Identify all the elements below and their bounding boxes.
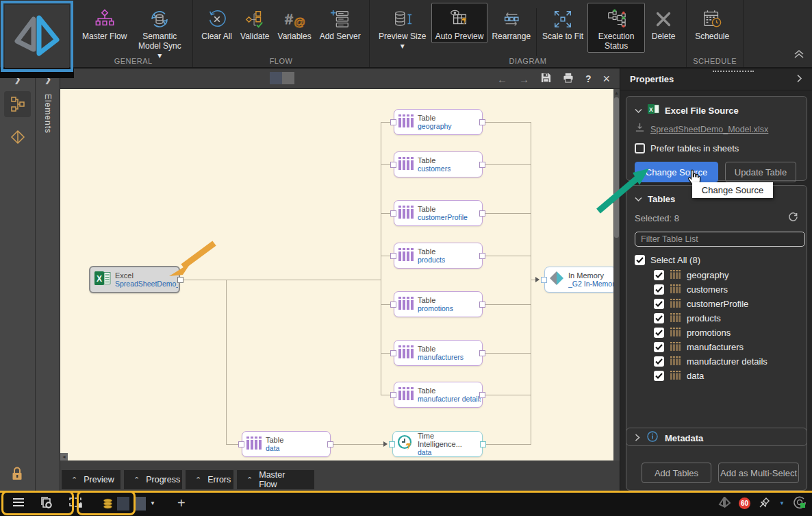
collapse-panel-icon[interactable]	[796, 73, 802, 86]
table-node-geography[interactable]: Tablegeography	[394, 109, 483, 135]
node-port[interactable]	[479, 253, 485, 259]
elements-panel-label[interactable]: Elements	[43, 94, 53, 134]
scrollbar-thumb[interactable]	[614, 97, 619, 238]
update-table-button[interactable]: Update Table	[725, 162, 796, 182]
app-logo[interactable]	[5, 5, 69, 68]
table-list-item[interactable]: manufacturer details	[654, 354, 798, 369]
validate-button[interactable]: Validate	[236, 3, 273, 43]
node-port[interactable]	[479, 302, 485, 308]
metadata-section[interactable]: Metadata	[626, 428, 807, 446]
table-list-item[interactable]: customers	[654, 282, 798, 297]
back-icon[interactable]: ←	[497, 73, 507, 85]
table-node-customers[interactable]: Tablecustomers	[394, 151, 483, 177]
table-list-item[interactable]: geography	[654, 268, 798, 282]
source-file-link[interactable]: SpreadSheetDemo_Model.xlsx	[650, 125, 768, 134]
delete-button[interactable]: Delete	[645, 3, 682, 43]
node-port[interactable]	[390, 119, 396, 125]
table-list-item[interactable]: manufacturers	[654, 340, 798, 354]
rearrange-button[interactable]: Rearrange	[487, 3, 535, 43]
node-port[interactable]	[479, 119, 485, 125]
table-checkbox[interactable]	[654, 356, 664, 367]
node-port[interactable]	[479, 392, 485, 398]
scale-to-fit-button[interactable]: Scale to Fit	[538, 3, 587, 43]
chevron-down-icon[interactable]	[635, 193, 642, 205]
node-port[interactable]	[390, 253, 396, 259]
help-icon[interactable]: ?	[585, 73, 592, 84]
variables-button[interactable]: # @ Variables	[274, 3, 316, 43]
table-checkbox[interactable]	[654, 284, 664, 295]
table-list-item[interactable]: products	[654, 311, 798, 325]
filter-table-input[interactable]	[635, 232, 805, 247]
refresh-icon[interactable]	[788, 212, 798, 225]
semantic-model-sync-button[interactable]: Semantic Model Sync ▾	[131, 3, 188, 62]
auto-preview-button[interactable]: Auto Preview	[431, 3, 488, 43]
node-port[interactable]	[390, 350, 396, 356]
scroll-up-icon[interactable]: ▲	[613, 89, 620, 97]
add-tables-button[interactable]: Add Tables	[642, 463, 711, 483]
lock-icon[interactable]	[10, 466, 25, 484]
ribbon-collapse-button[interactable]	[793, 49, 805, 62]
node-port[interactable]	[177, 277, 183, 283]
table-checkbox[interactable]	[654, 270, 664, 280]
node-port[interactable]	[390, 392, 396, 398]
flow-elements-tool[interactable]	[4, 91, 31, 117]
node-port[interactable]	[479, 162, 485, 168]
table-node-customerProfile[interactable]: TablecustomerProfile	[394, 200, 483, 226]
table-node-products[interactable]: Tableproducts	[394, 243, 483, 269]
preview-size-button[interactable]: Preview Size ▾	[374, 3, 431, 53]
table-checkbox[interactable]	[654, 328, 664, 338]
master-flow-button[interactable]: Master Flow	[78, 3, 131, 43]
semantic-model-tool[interactable]	[4, 124, 31, 150]
table-checkbox[interactable]	[654, 299, 664, 309]
chevron-down-icon[interactable]	[635, 104, 642, 116]
node-port[interactable]	[389, 441, 395, 447]
pin-icon[interactable]	[759, 496, 771, 511]
node-port[interactable]	[479, 210, 485, 217]
chevron-right-icon[interactable]	[635, 432, 640, 444]
canvas-vertical-scrollbar[interactable]: ▲	[613, 89, 620, 460]
node-port[interactable]	[480, 441, 486, 447]
table-node-data[interactable]: Tabledata	[242, 431, 331, 457]
node-port[interactable]	[541, 277, 547, 283]
tab-errors[interactable]: ⌃Errors	[186, 470, 233, 489]
schedule-button[interactable]: Schedule	[691, 3, 733, 43]
add-icon[interactable]: +	[177, 495, 186, 511]
tab-preview[interactable]: ⌃Preview	[62, 470, 120, 489]
table-list-item[interactable]: data	[654, 369, 798, 383]
tab-master-flow[interactable]: ⌃Master Flow	[237, 470, 314, 489]
scroll-left-icon[interactable]: ◄	[60, 453, 68, 460]
change-source-button[interactable]: Change Source	[635, 162, 718, 182]
execution-status-button[interactable]: Execution Status	[587, 3, 645, 53]
node-port[interactable]	[390, 302, 396, 308]
excel-source-node[interactable]: X Excel SpreadSheetDemo_...	[89, 266, 180, 293]
table-checkbox[interactable]	[654, 313, 664, 323]
status-record-icon[interactable]	[793, 495, 807, 512]
diagram-canvas[interactable]: X Excel SpreadSheetDemo_... Tablegeograp…	[60, 89, 620, 460]
table-node-manufacturers[interactable]: Tablemanufacturers	[394, 340, 483, 366]
node-port[interactable]	[238, 441, 244, 447]
table-node-manufacturer-details[interactable]: Tablemanufacturer details...	[394, 382, 483, 408]
node-port[interactable]	[327, 441, 333, 447]
node-port[interactable]	[390, 162, 396, 168]
table-node-promotions[interactable]: Tablepromotions	[394, 291, 483, 317]
in-memory-node[interactable]: In Memory_G2 In-Memory	[544, 267, 617, 293]
save-icon[interactable]	[541, 73, 551, 85]
caret-down-icon[interactable]: ▼	[779, 500, 785, 506]
table-checkbox[interactable]	[654, 371, 664, 381]
close-canvas-icon[interactable]: ×	[602, 72, 610, 86]
table-list-item[interactable]: customerProfile	[654, 297, 798, 311]
node-port[interactable]	[479, 350, 485, 356]
time-intelligence-node[interactable]: Time Intelligence...data	[392, 431, 483, 457]
select-all-checkbox[interactable]	[635, 255, 645, 265]
node-port[interactable]	[390, 210, 396, 217]
notification-badge[interactable]: 60	[739, 497, 750, 509]
add-server-button[interactable]: Add Server	[316, 3, 365, 43]
forward-icon[interactable]: →	[519, 73, 529, 85]
table-checkbox[interactable]	[654, 342, 664, 352]
tab-progress[interactable]: ⌃Progress	[124, 470, 182, 489]
table-list-item[interactable]: promotions	[654, 325, 798, 340]
add-as-multi-select-button[interactable]: Add as Multi-Select	[718, 463, 799, 483]
panel-resize-grip[interactable]	[713, 71, 754, 72]
clear-all-button[interactable]: Clear All	[197, 3, 236, 43]
prefer-tables-checkbox[interactable]	[635, 143, 645, 153]
